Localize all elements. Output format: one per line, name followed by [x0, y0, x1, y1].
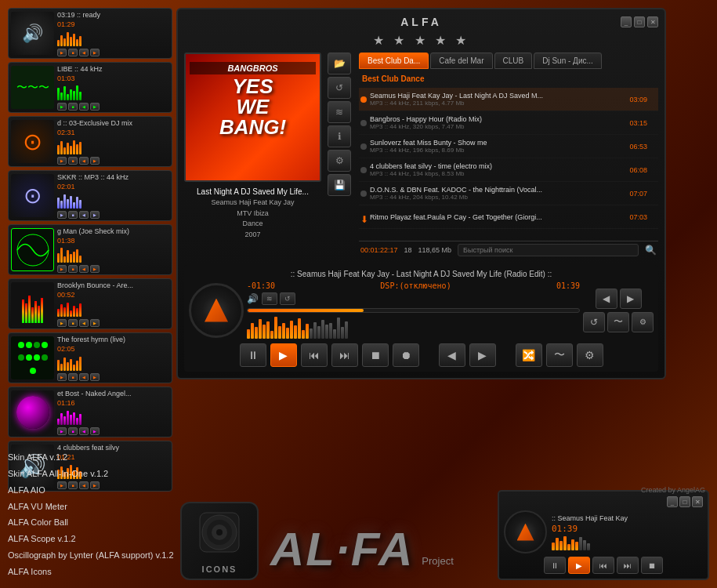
mini-prev-btn[interactable]: ◀	[79, 103, 89, 111]
refresh-button[interactable]: ↺	[328, 77, 351, 99]
mini-bars-2	[57, 85, 169, 100]
mini-play-btn[interactable]: ▶	[57, 49, 67, 56]
progress-bar[interactable]	[247, 308, 580, 313]
mini-stop-btn[interactable]: ■	[68, 157, 78, 165]
settings-button[interactable]: ⚙	[328, 150, 351, 172]
mini-info-1: 03:19 :: ready 01:29 ▶ ■ ◀ ▶	[57, 11, 169, 56]
mini-stop-btn[interactable]: ■	[68, 49, 78, 56]
mini-controls-7: ▶ ■ ◀ ▶	[57, 373, 169, 381]
mini-prev-btn[interactable]: ◀	[79, 49, 89, 56]
tab-dj-sun[interactable]: Dj Sun - Дис...	[534, 53, 602, 69]
mini-stop-btn[interactable]: ■	[68, 319, 78, 327]
track-row-6[interactable]: ⬇ Ritmo Playaz feat.Paula P Cay - Get To…	[359, 205, 658, 229]
mini-play-btn[interactable]: ▶	[57, 157, 67, 165]
mini-play-btn[interactable]: ▶	[57, 373, 67, 381]
tab-best-club[interactable]: Best Club Da...	[359, 53, 429, 69]
eq-button[interactable]: ≋	[328, 101, 351, 123]
eq-bar	[63, 147, 66, 154]
track-row-2[interactable]: Bangbros - Happy Hour (Radio Mix) MP3 ::…	[359, 111, 658, 135]
track-row-5[interactable]: D.O.N.S. & DBN Feat. KADOC - the Nighttr…	[359, 182, 658, 205]
rewind-button[interactable]: ⏮	[301, 343, 328, 367]
eq-bar	[70, 254, 72, 263]
dsp-eq-btn[interactable]: ≋	[262, 292, 277, 305]
mini-thumb-7	[11, 336, 54, 379]
mini-stop-btn[interactable]: ■	[68, 265, 78, 273]
left-sidebar: 🔊 03:19 :: ready 01:29 ▶ ■ ◀ ▶	[8, 8, 172, 492]
next-playlist-button[interactable]: ▶	[469, 343, 496, 367]
maximize-button[interactable]: □	[634, 16, 645, 27]
eq-bar	[79, 200, 81, 209]
tab-cafe-del-mar[interactable]: Cafe del Mar	[430, 53, 492, 69]
transport-row: -01:30 DSP:(отключено) 01:39 🔊 ≋ ↺	[189, 281, 654, 339]
tab-club[interactable]: CLUB	[494, 53, 533, 69]
mini-stop-btn[interactable]: ■	[68, 103, 78, 111]
prev-playlist-button[interactable]: ◀	[439, 343, 465, 367]
mini-next-btn[interactable]: ▶	[90, 427, 100, 435]
prev-track-button[interactable]: ◀	[596, 289, 617, 309]
dsp-sync-btn[interactable]: ↺	[280, 292, 295, 305]
mini-play-btn[interactable]: ▶	[57, 211, 67, 219]
info-button[interactable]: ℹ	[328, 125, 351, 147]
mini-stop-btn[interactable]: ■	[68, 373, 78, 381]
track-meta-1: MP3 :: 44 kHz, 211 kbps, 4.77 Mb	[370, 100, 626, 107]
br-info: :: Seamus Haji Feat Kay 01:39	[552, 514, 703, 550]
br-forward-btn[interactable]: ⏭	[617, 557, 639, 574]
mini-prev-btn[interactable]: ◀	[79, 319, 89, 327]
mini-play-btn[interactable]: ▶	[57, 265, 67, 273]
oscillograph-button[interactable]: 〜	[546, 343, 573, 367]
mini-next-btn[interactable]: ▶	[90, 319, 100, 327]
stop-button[interactable]: ⏹	[362, 343, 389, 367]
minimize-button[interactable]: _	[621, 16, 632, 27]
mini-next-btn[interactable]: ▶	[90, 211, 100, 219]
mini-time-5: 01:38	[57, 237, 169, 245]
settings2-button[interactable]: ⚙	[632, 312, 654, 332]
mini-bars-6	[57, 301, 169, 317]
next-track-button[interactable]: ▶	[620, 289, 642, 309]
search-icon[interactable]: 🔍	[645, 245, 657, 256]
mini-play-btn[interactable]: ▶	[57, 427, 67, 435]
track-row-3[interactable]: Sunloverz feat Miss Bunty - Show me MP3 …	[359, 135, 658, 158]
fast-forward-button[interactable]: ⏭	[331, 343, 358, 367]
repeat-button[interactable]: ↺	[583, 312, 605, 332]
config-button[interactable]: ⚙	[577, 343, 603, 367]
play-button[interactable]: ▶	[270, 343, 297, 367]
br-minimize-btn[interactable]: _	[667, 496, 678, 507]
mini-play-btn[interactable]: ▶	[57, 103, 67, 111]
mini-prev-btn[interactable]: ◀	[79, 157, 89, 165]
mini-next-btn[interactable]: ▶	[90, 373, 100, 381]
mini-prev-btn[interactable]: ◀	[79, 211, 89, 219]
eq-bar	[60, 304, 63, 317]
save-button[interactable]: 💾	[328, 174, 351, 196]
mini-stop-btn[interactable]: ■	[68, 211, 78, 219]
rating-stars[interactable]: ★ ★ ★ ★ ★	[184, 33, 658, 48]
open-button[interactable]: 📂	[328, 53, 351, 74]
mini-next-btn[interactable]: ▶	[90, 49, 100, 56]
br-play-btn[interactable]: ▶	[568, 557, 590, 574]
mini-prev-btn[interactable]: ◀	[79, 373, 89, 381]
eq-bar	[73, 252, 75, 263]
mini-stop-btn[interactable]: ■	[68, 427, 78, 435]
mini-next-btn[interactable]: ▶	[90, 157, 100, 165]
mini-player-4: ⊙ SKKR :: MP3 :: 44 kHz 02:01 ▶ ■ ◀ ▶	[8, 170, 172, 221]
close-button[interactable]: ✕	[647, 16, 658, 27]
mini-play-btn[interactable]: ▶	[57, 319, 67, 327]
br-rewind-btn[interactable]: ⏮	[592, 557, 614, 574]
mini-next-btn[interactable]: ▶	[90, 265, 100, 273]
search-input[interactable]	[458, 244, 639, 256]
br-maximize-btn[interactable]: □	[679, 496, 690, 507]
shuffle-button[interactable]: 🔀	[516, 343, 542, 367]
br-stop-btn[interactable]: ⏹	[641, 557, 663, 574]
track-row-4[interactable]: 4 clubbers feat silvy - time (electro mi…	[359, 158, 658, 182]
record-button[interactable]: ⏺	[393, 343, 419, 367]
mini-prev-btn[interactable]: ◀	[79, 427, 89, 435]
br-pause-btn[interactable]: ⏸	[544, 557, 566, 574]
mini-next-btn[interactable]: ▶	[90, 103, 100, 111]
br-close-btn[interactable]: ✕	[692, 496, 703, 507]
pause-button[interactable]: ⏸	[240, 343, 266, 367]
playlist-footer: 00:01:22:17 18 118,65 Mb 🔍	[359, 241, 658, 259]
wave-button[interactable]: 〜	[607, 312, 629, 332]
track-row-1[interactable]: Seamus Haji Feat Kay Jay - Last Night A …	[359, 88, 658, 111]
mini-prev-btn[interactable]: ◀	[79, 265, 89, 273]
eq-bar	[60, 201, 63, 209]
mini-time-6: 00:52	[57, 291, 169, 299]
